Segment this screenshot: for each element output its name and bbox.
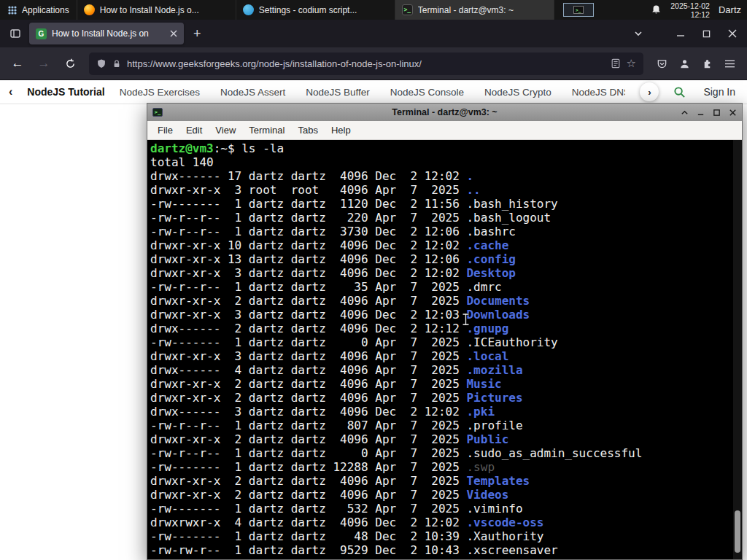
nav-link[interactable]: NodeJS Crypto: [484, 87, 551, 98]
ls-entry-meta: drwx------ 17 dartz dartz 4096 Dec 2 12:…: [150, 169, 466, 183]
maximize-icon[interactable]: [713, 109, 721, 117]
tab-close-icon[interactable]: [170, 30, 177, 37]
ls-entry-meta: -rw-r--r-- 1 dartz dartz 807 Apr 7 2025: [150, 419, 466, 432]
ls-entry-meta: drwxr-xr-x 2 dartz dartz 4096 Apr 7 2025: [150, 488, 466, 502]
menu-hamburger-icon[interactable]: [724, 59, 735, 69]
terminal-ls-line: -rw-rw-r-- 1 dartz dartz 9529 Dec 2 10:4…: [150, 543, 742, 557]
ls-entry-meta: -rw-r--r-- 1 dartz dartz 35 Apr 7 2025: [150, 280, 466, 294]
pocket-icon[interactable]: [657, 58, 667, 69]
url-bar[interactable]: https://www.geeksforgeeks.org/node-js/in…: [89, 52, 643, 75]
terminal-prompt-line: dartz@vm3:~$ ls -la: [150, 141, 742, 155]
terminal-menu-terminal[interactable]: Terminal: [242, 121, 291, 140]
ls-entry-name: .swp: [466, 460, 495, 474]
prompt-path-symbol: :~$: [214, 141, 242, 155]
close-icon[interactable]: [729, 109, 737, 117]
ls-entry-name: .bash_history: [466, 197, 557, 211]
ls-entry-name: Public: [466, 432, 508, 446]
firefox-view-button[interactable]: [6, 24, 25, 43]
ls-entry-name: Music: [466, 377, 501, 391]
scrollbar-thumb[interactable]: [735, 510, 740, 553]
nav-link[interactable]: NodeJS Console: [390, 87, 464, 98]
taskbar-button-firefox[interactable]: How to Install Node.js o...: [77, 0, 236, 20]
ls-entry-name: .profile: [466, 419, 522, 432]
terminal-titlebar[interactable]: >_ Terminal - dartz@vm3: ~: [147, 104, 742, 121]
applications-menu-button[interactable]: Applications: [0, 0, 77, 20]
terminal-ls-line: drwxr-xr-x 2 dartz dartz 4096 Apr 7 2025…: [150, 377, 742, 391]
forward-button[interactable]: →: [34, 53, 54, 74]
terminal-total-line: total 140: [150, 155, 742, 169]
extensions-puzzle-icon[interactable]: [702, 58, 713, 69]
terminal-scrollbar[interactable]: [733, 140, 742, 559]
workspace-switcher[interactable]: >_: [563, 3, 594, 17]
ls-entry-name: .bashrc: [466, 225, 515, 238]
terminal-ls-line: -rw------- 1 dartz dartz 12288 Apr 7 202…: [150, 460, 742, 474]
back-button[interactable]: ←: [7, 53, 28, 74]
nav-scroll-right-chevron[interactable]: ›: [640, 82, 659, 101]
ls-entry-meta: drwx------ 2 dartz dartz 4096 Dec 2 12:1…: [150, 322, 466, 335]
minimize-icon[interactable]: [676, 29, 685, 38]
ls-entry-meta: drwxr-xr-x 2 dartz dartz 4096 Apr 7 2025: [150, 432, 466, 446]
reader-mode-icon[interactable]: [611, 58, 621, 69]
nav-scroll-left-chevron[interactable]: ‹: [9, 85, 12, 98]
ls-entry-name: .Xauthority: [466, 529, 543, 543]
shade-icon[interactable]: [681, 109, 689, 117]
nav-link[interactable]: NodeJS Buffer: [306, 87, 370, 98]
ls-entry-meta: -rw------- 1 dartz dartz 12288 Apr 7 202…: [150, 460, 466, 474]
list-all-tabs-chevron-icon[interactable]: [634, 29, 643, 38]
panel-time: 12:12: [670, 10, 710, 19]
ls-entry-meta: -rw-r--r-- 1 dartz dartz 3730 Dec 2 12:0…: [150, 225, 466, 238]
panel-user-name[interactable]: Dartz: [719, 4, 741, 15]
terminal-ls-line: -rw------- 1 dartz dartz 532 Apr 7 2025 …: [150, 502, 742, 516]
terminal-output: dartz@vm3:~$ ls -latotal 140drwx------ 1…: [150, 141, 742, 557]
terminal-ls-line: -rw-r--r-- 1 dartz dartz 220 Apr 7 2025 …: [150, 211, 742, 225]
taskbar-button-codium[interactable]: Settings - codium script...: [236, 0, 395, 20]
ls-entry-meta: -rw-r--r-- 1 dartz dartz 0 Apr 7 2025: [150, 446, 466, 460]
terminal-menu-file[interactable]: File: [151, 121, 179, 140]
taskbar-button-terminal[interactable]: >_Terminal - dartz@vm3: ~: [395, 0, 554, 20]
ls-entry-meta: -rw------- 1 dartz dartz 48 Dec 2 10:39: [150, 529, 466, 543]
terminal-ls-line: drwxr-xr-x 3 dartz dartz 4096 Apr 7 2025…: [150, 349, 742, 363]
geeksforgeeks-favicon: G: [36, 28, 47, 39]
sign-in-button[interactable]: Sign In: [700, 86, 738, 98]
workspace-window-thumbnail: >_: [573, 6, 584, 14]
close-icon[interactable]: [728, 29, 737, 38]
terminal-ls-line: -rw-r--r-- 1 dartz dartz 807 Apr 7 2025 …: [150, 419, 742, 432]
terminal-screen[interactable]: dartz@vm3:~$ ls -latotal 140drwx------ 1…: [147, 140, 742, 559]
ls-entry-name: .pki: [466, 405, 495, 419]
ls-entry-name: Pictures: [466, 391, 522, 405]
terminal-ls-line: drwxr-xr-x 2 dartz dartz 4096 Apr 7 2025…: [150, 488, 742, 502]
minimize-icon[interactable]: [697, 109, 705, 117]
panel-status-area: 2025-12-02 12:12 Dartz: [651, 1, 747, 19]
new-tab-button[interactable]: +: [188, 26, 206, 42]
panel-clock[interactable]: 2025-12-02 12:12: [670, 1, 710, 19]
terminal-ls-line: drwxr-xr-x 2 dartz dartz 4096 Apr 7 2025…: [150, 391, 742, 405]
nav-link[interactable]: NodeJS DNS: [572, 87, 626, 98]
site-search-icon[interactable]: [673, 86, 686, 98]
tracking-protection-shield-icon[interactable]: [96, 58, 107, 69]
account-icon[interactable]: [679, 58, 690, 69]
panel-date: 2025-12-02: [670, 1, 710, 10]
tabbar-right-controls: [634, 29, 741, 38]
ls-entry-name: .gnupg: [466, 322, 508, 335]
nav-link[interactable]: NodeJS Exercises: [120, 87, 200, 98]
terminal-ls-line: drwxr-xr-x 10 dartz dartz 4096 Dec 2 12:…: [150, 238, 742, 252]
ls-entry-name: .local: [466, 349, 508, 363]
lock-icon[interactable]: [112, 59, 121, 69]
maximize-icon[interactable]: [703, 30, 711, 38]
notification-bell-icon[interactable]: [651, 4, 662, 15]
bookmark-star-icon[interactable]: ☆: [627, 57, 636, 70]
ls-entry-name: Documents: [466, 294, 530, 308]
nav-link[interactable]: NodeJS Assert: [220, 87, 285, 98]
ls-entry-name: .sudo_as_admin_successful: [466, 446, 642, 460]
terminal-menu-view[interactable]: View: [209, 121, 242, 140]
terminal-menu-edit[interactable]: Edit: [179, 121, 209, 140]
nav-item-active[interactable]: NodeJS Tutorial: [27, 86, 104, 98]
ls-entry-meta: -rw-r--r-- 1 dartz dartz 220 Apr 7 2025: [150, 211, 466, 225]
terminal-menu-help[interactable]: Help: [325, 121, 357, 140]
browser-tab[interactable]: G How to Install Node.js on: [29, 23, 184, 44]
ls-entry-name: .bash_logout: [466, 211, 551, 225]
ls-entry-name: Downloads: [466, 308, 530, 322]
reload-button[interactable]: [60, 53, 80, 74]
taskbar-button-title: How to Install Node.js o...: [100, 5, 199, 15]
terminal-menu-tabs[interactable]: Tabs: [291, 121, 324, 140]
